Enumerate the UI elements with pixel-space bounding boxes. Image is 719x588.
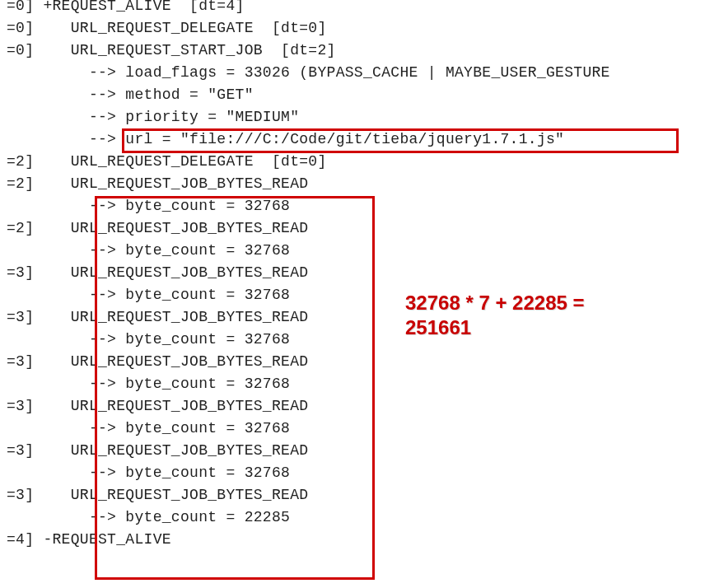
log-line: =0] +REQUEST_ALIVE [dt=4] — [7, 0, 610, 17]
log-line-url: --> url = "file:///C:/Code/git/tieba/jqu… — [7, 128, 610, 151]
log-line: --> priority = "MEDIUM" — [7, 106, 610, 128]
log-line: =2] URL_REQUEST_JOB_BYTES_READ — [7, 173, 610, 195]
log-line: =3] URL_REQUEST_JOB_BYTES_READ — [7, 395, 610, 418]
log-line: --> load_flags = 33026 (BYPASS_CACHE | M… — [7, 62, 610, 84]
log-line: =2] URL_REQUEST_JOB_BYTES_READ — [7, 217, 610, 240]
log-line: =3] URL_REQUEST_JOB_BYTES_READ — [7, 484, 610, 506]
log-line: =0] URL_REQUEST_START_JOB [dt=2] — [7, 40, 610, 62]
log-line: =4] -REQUEST_ALIVE — [7, 529, 610, 551]
log-line: =3] URL_REQUEST_JOB_BYTES_READ — [7, 440, 610, 462]
log-line: =3] URL_REQUEST_JOB_BYTES_READ — [7, 351, 610, 373]
log-line: =3] URL_REQUEST_JOB_BYTES_READ — [7, 306, 610, 329]
log-line: --> byte_count = 32768 — [7, 284, 610, 306]
log-line: =0] URL_REQUEST_DELEGATE [dt=0] — [7, 17, 610, 40]
log-line: --> byte_count = 32768 — [7, 373, 610, 395]
log-line: --> byte_count = 32768 — [7, 195, 610, 217]
log-line: --> method = "GET" — [7, 84, 610, 106]
log-output: =0] +REQUEST_ALIVE [dt=4] =0] URL_REQUES… — [7, 0, 610, 551]
log-line: =2] URL_REQUEST_DELEGATE [dt=0] — [7, 151, 610, 173]
log-line: --> byte_count = 32768 — [7, 418, 610, 440]
log-line: --> byte_count = 32768 — [7, 240, 610, 262]
log-line: --> byte_count = 22285 — [7, 506, 610, 529]
log-line: =3] URL_REQUEST_JOB_BYTES_READ — [7, 262, 610, 284]
log-line: --> byte_count = 32768 — [7, 462, 610, 484]
log-line: --> byte_count = 32768 — [7, 329, 610, 351]
